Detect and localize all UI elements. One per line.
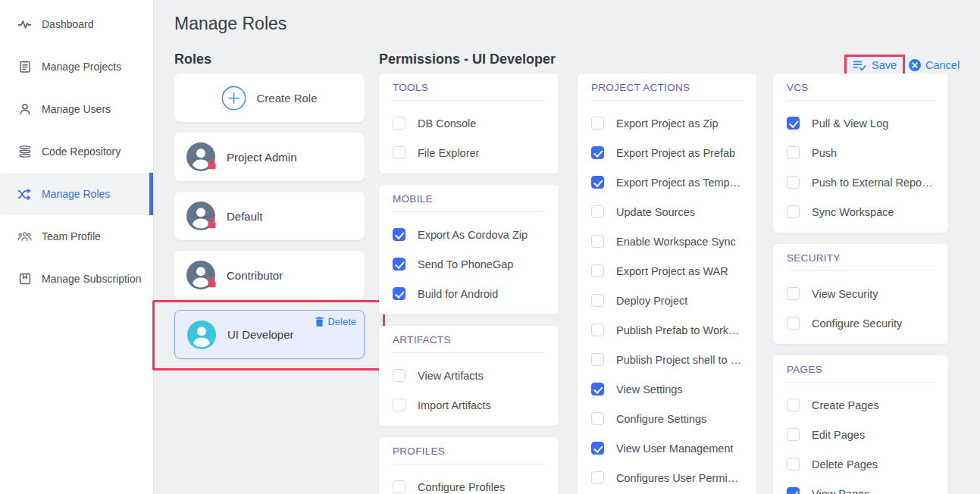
permission-group-profiles: PROFILES Configure Profiles (379, 437, 559, 494)
permission-group-title: PROJECT ACTIONS (591, 82, 743, 93)
role-name: UI Developer (227, 328, 294, 341)
checkbox-view-pages[interactable] (787, 487, 800, 494)
perm-export-project-as-war: Export Project as WAR (591, 264, 743, 278)
perm-view-pages: View Pages (787, 486, 935, 494)
permission-group-project-actions: PROJECT ACTIONS Export Project as Zip Ex… (578, 73, 756, 494)
repo-icon (17, 145, 32, 159)
perm-configure-profiles: Configure Profiles (393, 480, 545, 494)
checkbox-configure-profiles[interactable] (393, 480, 405, 493)
permissions-heading: Permissions - UI Developer (379, 52, 556, 67)
sidebar-item-team-profile[interactable]: Team Profile (0, 215, 153, 258)
sidebar-item-manage-subscription[interactable]: Manage Subscription (0, 258, 153, 300)
lock-icon (207, 277, 217, 291)
permission-group-title: MOBILE (393, 193, 545, 205)
perm-configures-user-permissions: Configures User Permissions (591, 471, 743, 485)
checkbox-export-project-as-template[interactable] (591, 176, 604, 189)
sidebar-item-dashboard[interactable]: Dashboard (0, 3, 153, 45)
permission-group-title: PROFILES (393, 446, 545, 457)
sidebar-item-manage-roles[interactable]: Manage Roles (0, 173, 153, 215)
checkbox-edit-pages[interactable] (787, 428, 800, 441)
perm-publish-project-shell-to-workspace: Publish Project shell to Workspace (591, 352, 743, 367)
role-name: Project Admin (227, 151, 297, 164)
checkbox-view-user-management[interactable] (591, 442, 604, 455)
checkbox-deploy-project[interactable] (591, 294, 604, 307)
divider (787, 100, 935, 101)
perm-publish-prefab-to-workspace: Publish Prefab to Workspace (591, 323, 743, 337)
perm-file-explorer: File Explorer (393, 145, 545, 160)
checkbox-publish-project-shell-to-workspace[interactable] (591, 353, 604, 366)
checkbox-export-as-cordova-zip[interactable] (393, 228, 405, 241)
checkbox-export-project-as-zip[interactable] (591, 117, 604, 130)
sidebar-item-code-repository[interactable]: Code Repository (0, 130, 153, 173)
checkbox-enable-workspace-sync[interactable] (591, 235, 604, 248)
perm-build-for-android: Build for Android (393, 286, 545, 301)
perm-update-sources: Update Sources (591, 205, 743, 219)
permissions-column-2: PROJECT ACTIONS Export Project as Zip Ex… (578, 73, 756, 494)
perm-edit-pages: Edit Pages (787, 427, 935, 442)
cancel-circle-icon (909, 59, 921, 71)
permission-group-tools: TOOLS DB Console File Explorer (379, 73, 559, 174)
role-card-default[interactable]: Default (174, 192, 365, 240)
save-button[interactable]: Save (847, 57, 903, 73)
checkbox-create-pages[interactable] (787, 399, 800, 411)
checkbox-view-security[interactable] (787, 287, 800, 300)
checkbox-update-sources[interactable] (591, 205, 604, 218)
checkbox-import-artifacts[interactable] (393, 399, 405, 411)
delete-role-button[interactable]: Delete (315, 316, 356, 327)
role-avatar-icon (186, 142, 215, 171)
save-check-icon (853, 60, 866, 71)
permission-group-artifacts: ARTIFACTS View Artifacts Import Artifact… (379, 326, 559, 426)
role-card-project-admin[interactable]: Project Admin (174, 133, 365, 181)
sidebar-item-manage-users[interactable]: Manage Users (0, 88, 153, 130)
permission-group-pages: PAGES Create Pages Edit Pages Delete Pag… (773, 355, 948, 494)
perm-push-to-external-repository: Push to External Repository (787, 175, 935, 189)
checkbox-sync-workspace[interactable] (787, 205, 800, 218)
checkbox-push[interactable] (787, 146, 800, 159)
divider (787, 382, 935, 383)
role-card-selected[interactable]: Delete UI Developer (174, 310, 365, 359)
sidebar-nav: Dashboard Manage Projects Manage Users C… (0, 0, 154, 494)
checkbox-pull-view-log[interactable] (787, 117, 800, 130)
permissions-column-1: TOOLS DB Console File Explorer MOBILE Ex… (379, 73, 559, 494)
perm-view-security: View Security (787, 286, 935, 301)
checkbox-delete-pages[interactable] (787, 458, 800, 471)
checkbox-db-console[interactable] (393, 117, 405, 130)
perm-enable-workspace-sync: Enable Workspace Sync (591, 234, 743, 249)
permission-group-title: PAGES (787, 364, 935, 375)
perm-push: Push (787, 145, 935, 160)
checkbox-build-for-android[interactable] (393, 287, 405, 300)
divider (591, 100, 743, 101)
shuffle-icon (17, 187, 32, 202)
perm-db-console: DB Console (393, 116, 545, 130)
checkbox-push-to-external-repository[interactable] (787, 176, 800, 189)
checkbox-export-project-as-war[interactable] (591, 264, 604, 277)
perm-export-project-as-zip: Export Project as Zip (591, 116, 743, 130)
divider (393, 464, 545, 464)
checkbox-export-project-as-prefab[interactable] (591, 146, 604, 159)
divider (393, 100, 545, 101)
perm-configure-security: Configure Security (787, 316, 935, 330)
lock-icon (207, 158, 217, 173)
checkbox-configures-user-permissions[interactable] (591, 471, 604, 484)
checkbox-view-settings[interactable] (591, 383, 604, 396)
create-role-button[interactable]: Create Role (174, 73, 365, 122)
cancel-button[interactable]: Cancel (909, 58, 960, 73)
checkbox-configure-settings[interactable] (591, 412, 604, 425)
checkbox-file-explorer[interactable] (393, 146, 405, 159)
perm-view-user-management: View User Management (591, 441, 743, 455)
sidebar-item-manage-projects[interactable]: Manage Projects (0, 45, 153, 88)
role-card-contributor[interactable]: Contributor (174, 251, 365, 299)
checkbox-view-artifacts[interactable] (393, 369, 405, 382)
checkbox-configure-security[interactable] (787, 317, 800, 330)
checkbox-publish-prefab-to-workspace[interactable] (591, 324, 604, 336)
team-icon (17, 230, 32, 244)
divider (393, 211, 545, 212)
permission-group-title: SECURITY (787, 252, 935, 264)
perm-configure-settings: Configure Settings (591, 411, 743, 426)
perm-view-artifacts: View Artifacts (393, 368, 545, 383)
permission-group-title: ARTIFACTS (393, 334, 545, 345)
divider (787, 270, 935, 271)
perm-delete-pages: Delete Pages (787, 457, 935, 471)
checkbox-send-to-phonegap[interactable] (393, 258, 405, 270)
perm-export-project-as-template: Export Project as Template ... (591, 175, 743, 189)
